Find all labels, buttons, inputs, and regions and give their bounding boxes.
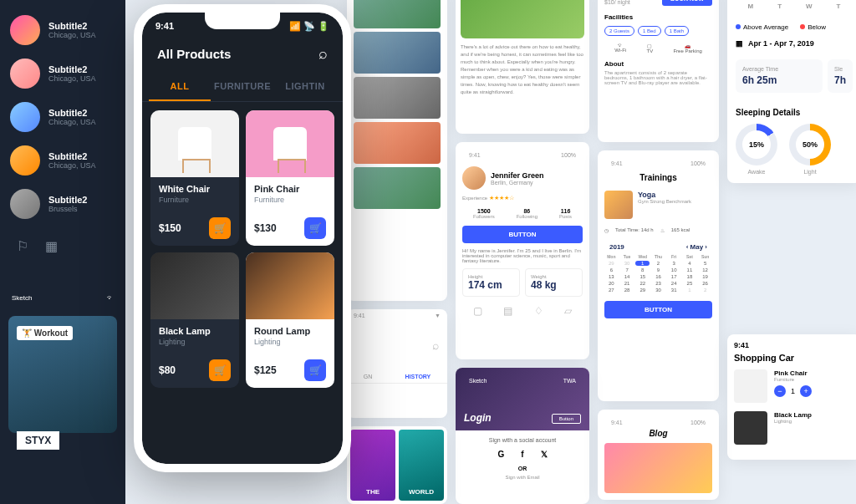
product-card[interactable]: Pink ChairFurniture $130🛒 <box>246 110 334 246</box>
trainings-screen: 9:41100% Trainings YogaGym Strong Benchm… <box>598 150 719 401</box>
article-text: There's a lot of advice out there on how… <box>461 43 584 96</box>
facilities-label: Facilities <box>604 13 712 21</box>
bell-icon[interactable]: ♢ <box>534 305 543 317</box>
cart-item-category: Furniture <box>774 377 854 382</box>
about-text: The apartment consists of 2 separate bed… <box>604 70 712 85</box>
tile-the[interactable]: THE <box>350 430 395 501</box>
workout-card[interactable]: 🏋 Workout STYX <box>8 316 117 433</box>
qty-value: 1 <box>791 387 795 395</box>
chip-bath: 1 Bath <box>665 26 689 36</box>
tab-furniture[interactable]: FURNITURE <box>211 73 274 101</box>
chart-legend: Above Average Below <box>736 23 853 31</box>
article-screen: There's a lot of advice out there on how… <box>456 0 589 134</box>
avatar[interactable] <box>462 166 486 190</box>
contact-item[interactable]: Subtitle2Chicago, USA <box>0 8 125 52</box>
product-name: White Chair <box>159 184 231 194</box>
tab-gn[interactable]: GN <box>364 374 373 379</box>
contacts-panel: Subtitle2Chicago, USA Subtitle2Chicago, … <box>0 0 125 284</box>
stat-following: 86 <box>517 208 538 214</box>
image-tile[interactable] <box>354 122 441 164</box>
tab-lighting[interactable]: LIGHTIN <box>274 73 336 101</box>
product-card[interactable]: White ChairFurniture $150🛒 <box>150 110 239 246</box>
blog-image[interactable] <box>604 443 712 493</box>
grid-icon[interactable]: ▤ <box>503 305 512 317</box>
page-title: All Products <box>157 47 231 61</box>
tile-world[interactable]: WORLD <box>399 430 444 501</box>
login-screen: SketchTWA Login Button Sign with a socia… <box>456 368 589 504</box>
calendar-year[interactable]: 2019 <box>609 243 624 251</box>
date-range[interactable]: ▦Apr 1 - Apr 7, 2019 <box>736 39 853 48</box>
donut-awake: 15% <box>736 124 777 165</box>
product-image <box>150 252 239 319</box>
contact-item[interactable]: Subtitle2Brussels <box>0 182 125 226</box>
contact-location: Brussels <box>48 205 87 213</box>
twitter-icon[interactable]: 𝕏 <box>541 450 548 459</box>
google-icon[interactable]: G <box>497 450 504 459</box>
profile-button[interactable]: BUTTON <box>462 226 583 243</box>
product-category: Lighting <box>254 338 326 346</box>
trainings-button[interactable]: BUTTON <box>604 301 712 318</box>
contact-item[interactable]: Subtitle2Chicago, USA <box>0 139 125 182</box>
chip-bed: 1 Bed <box>638 26 661 36</box>
calendar-day-today[interactable]: 1 <box>635 261 650 266</box>
contact-location: Chicago, USA <box>48 74 96 83</box>
contact-location: Chicago, USA <box>48 31 96 39</box>
product-price: $150 <box>159 222 181 234</box>
tab-all[interactable]: ALL <box>149 73 211 101</box>
carrier-label: Sketch <box>12 294 32 302</box>
profile-screen: 9:41100% Jennifer GreenBerlin, Germany E… <box>456 142 589 359</box>
image-tile[interactable] <box>354 167 441 209</box>
contact-name: Subtitle2 <box>48 64 96 74</box>
product-card[interactable]: Black LampLighting $80🛒 <box>150 252 239 388</box>
contact-item[interactable]: Subtitle2Chicago, USA <box>0 95 125 139</box>
avatar <box>10 15 40 45</box>
activity-name: Yoga <box>638 191 691 199</box>
activity-sub: Gym Strong Benchmark <box>638 199 691 204</box>
book-now-button[interactable]: BOOK NOW <box>662 0 712 6</box>
flag-icon[interactable]: ⚐ <box>17 238 28 254</box>
login-button[interactable]: Button <box>552 414 581 424</box>
product-name: Pink Chair <box>254 184 326 194</box>
product-card[interactable]: Round LampLighting $125🛒 <box>246 252 334 388</box>
image-tile[interactable] <box>354 77 441 119</box>
image-tile[interactable] <box>354 32 441 74</box>
contact-item[interactable]: Subtitle2Chicago, USA <box>0 52 125 95</box>
login-title: Login <box>464 412 492 424</box>
cart-title: Shopping Car <box>734 353 854 363</box>
filter-screen: 9:41▼ ⌕ GN HISTORY <box>347 309 447 418</box>
minus-button[interactable]: − <box>774 385 786 397</box>
social-label: Sign with a social account <box>462 437 583 443</box>
profile-bio: Hi! My name is Jennifer. I'm 25 and I li… <box>462 248 583 263</box>
cart-item-category: Lighting <box>774 419 854 424</box>
phone-mockup: 9:41📶 📡 🔋 All Products ⌕ ALL FURNITURE L… <box>134 4 351 472</box>
facebook-icon[interactable]: f <box>521 450 523 459</box>
image-tile[interactable] <box>354 0 441 28</box>
home-icon[interactable]: ▢ <box>473 305 482 317</box>
search-icon[interactable]: ⌕ <box>318 45 328 63</box>
bag-icon[interactable]: ▱ <box>564 305 572 317</box>
filter-icon[interactable]: ▼ <box>435 313 441 318</box>
cart-icon[interactable]: 🛒 <box>209 359 231 381</box>
avatar <box>10 189 40 219</box>
chevron-right-icon[interactable]: › <box>705 243 707 251</box>
cart-icon[interactable]: 🛒 <box>304 217 326 239</box>
cart-icon[interactable]: 🛒 <box>304 359 326 381</box>
plus-button[interactable]: + <box>800 385 812 397</box>
product-category: Furniture <box>159 196 231 204</box>
workout-panel: Sketchᯤ 🏋 Workout STYX <box>0 284 125 504</box>
chevron-left-icon[interactable]: ‹ <box>686 243 689 251</box>
calendar-icon[interactable]: ▦ <box>45 238 58 254</box>
activity-card[interactable]: YogaGym Strong Benchmark <box>604 186 712 224</box>
contact-name: Subtitle2 <box>48 151 96 161</box>
calendar-grid: MonTueWedThuFriSatSun 293012345 67891011… <box>604 254 712 293</box>
search-icon[interactable]: ⌕ <box>432 339 439 352</box>
product-price: $130 <box>254 222 277 234</box>
tab-history[interactable]: HISTORY <box>405 374 431 379</box>
image-grid-screen <box>347 0 447 301</box>
blog-title: Blog <box>604 429 712 438</box>
status-bar: Sketchᯤ <box>8 293 117 303</box>
status-bar: 9:41100% <box>604 157 712 170</box>
cart-icon[interactable]: 🛒 <box>209 217 231 239</box>
product-category: Lighting <box>159 338 231 346</box>
parking-icon: 🚗 <box>673 43 701 48</box>
